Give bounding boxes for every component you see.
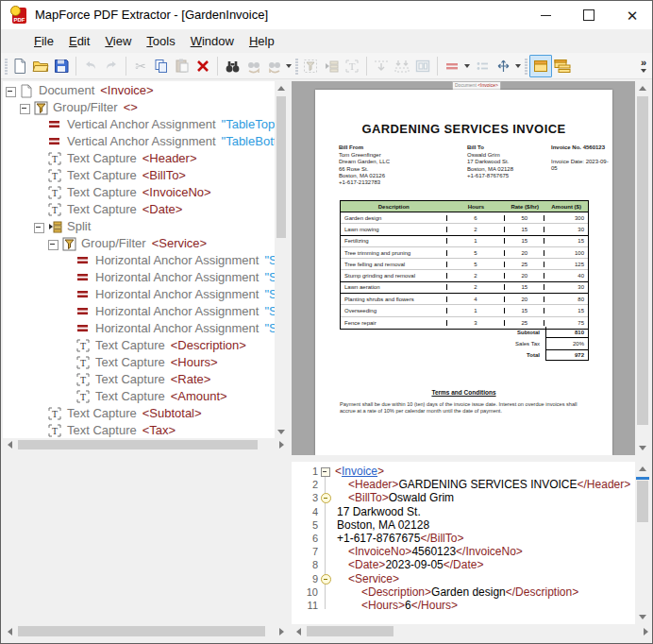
new-file-button[interactable]	[9, 56, 30, 76]
tree-row-[interactable]: Group/Filter<>	[3, 100, 275, 117]
scroll-left-arrow[interactable]	[3, 624, 16, 638]
tree-node-value: "Sep	[264, 304, 275, 318]
totals-row: Sales Tax20%	[340, 338, 589, 349]
find-dropdown-caret[interactable]	[286, 64, 292, 68]
xml-vertical-scrollbar[interactable]	[635, 462, 650, 624]
copy-button[interactable]	[151, 56, 172, 76]
expander-icon[interactable]	[48, 240, 59, 250]
scroll-left-arrow[interactable]	[292, 624, 305, 638]
scroll-up-arrow[interactable]	[635, 81, 650, 95]
tree-row-Sep[interactable]: Horizontal Anchor Assignment"Sep	[3, 321, 275, 338]
text-capture-tool-button[interactable]: T	[342, 56, 362, 76]
tree-horizontal-scrollbar[interactable]	[3, 438, 288, 451]
scroll-down-arrow[interactable]	[635, 441, 650, 455]
tree-node-label: Group/Filter	[81, 236, 146, 250]
tree-row-Date[interactable]: TText Capture<Date>	[3, 202, 275, 219]
tree-row-Amount[interactable]: TText Capture<Amount>	[3, 389, 275, 406]
menu-item-window[interactable]: Window	[183, 29, 242, 53]
expander-icon[interactable]	[20, 104, 30, 114]
menu-item-file[interactable]: File	[26, 29, 61, 53]
tree-row-Header[interactable]: TText Capture<Header>	[3, 151, 275, 168]
open-folder-button[interactable]	[30, 56, 51, 76]
tree-row-Invoice[interactable]: Document<Invoice>	[3, 83, 275, 100]
toolbar-grip[interactable]	[525, 58, 527, 75]
left-bottom-scrollbar[interactable]	[3, 624, 288, 638]
anchor-assignment-tool-button[interactable]	[442, 56, 462, 76]
xml-preview-pane: 1<Invoice>2<Header>GARDENING SERVICES IN…	[292, 462, 635, 624]
scroll-thumb[interactable]	[307, 626, 393, 636]
scroll-up-arrow[interactable]	[635, 462, 650, 476]
move-anchor-tool-button[interactable]	[493, 56, 513, 76]
tree-node-label: Text Capture	[95, 372, 165, 386]
undo-button[interactable]	[80, 56, 101, 76]
pdf-app-icon: PDF	[10, 7, 29, 25]
menu-item-help[interactable]: Help	[242, 29, 282, 53]
pdf-vertical-scrollbar[interactable]	[635, 81, 650, 455]
anchor-pair-tool-button[interactable]	[392, 56, 412, 76]
redo-button[interactable]	[101, 56, 122, 76]
paste-button[interactable]	[172, 56, 193, 76]
tree-row-Sep[interactable]: Horizontal Anchor Assignment"Sep	[3, 304, 275, 321]
save-button[interactable]	[51, 56, 72, 76]
scroll-thumb[interactable]	[637, 481, 648, 522]
fold-collapse-icon[interactable]	[321, 493, 331, 503]
split-tool-button[interactable]	[321, 56, 342, 76]
tree-row-split[interactable]: Split	[3, 219, 275, 236]
expander-icon[interactable]	[6, 87, 16, 97]
fold-collapse-icon[interactable]	[321, 574, 331, 585]
tree-row-Sep[interactable]: Horizontal Anchor Assignment"Sep	[3, 287, 275, 304]
anchor-assignment-caret[interactable]	[464, 64, 470, 68]
tree-node-label: Text Capture	[67, 406, 137, 420]
tree-row-Sep[interactable]: Horizontal Anchor Assignment"Sep	[3, 270, 275, 287]
tree-row-Subtotal[interactable]: TText Capture<Subtotal>	[3, 406, 275, 423]
text-capture-icon: T	[48, 169, 61, 182]
tree-row-TableBottom[interactable]: Vertical Anchor Assignment"TableBottom	[3, 134, 275, 151]
window-layout-design-button[interactable]	[529, 55, 552, 77]
scroll-right-arrow[interactable]	[275, 624, 288, 638]
tree-vertical-scrollbar[interactable]	[275, 81, 288, 438]
scroll-down-arrow[interactable]	[275, 425, 288, 438]
tree-row-Rate[interactable]: TText Capture<Rate>	[3, 372, 275, 389]
delete-button[interactable]	[193, 56, 213, 76]
maximize-button[interactable]	[567, 1, 611, 29]
tree-row-Tax[interactable]: TText Capture<Tax>	[3, 423, 275, 438]
toolbar-overflow-button[interactable]: »	[639, 59, 648, 73]
tree-row-InvoiceNo[interactable]: TText Capture<InvoiceNo>	[3, 185, 275, 202]
scroll-thumb[interactable]	[18, 440, 258, 449]
tree-row-Sep[interactable]: Horizontal Anchor Assignment"Sep	[3, 253, 275, 270]
scroll-up-arrow[interactable]	[275, 81, 288, 94]
scroll-right-arrow[interactable]	[275, 438, 288, 451]
tree-row-Description[interactable]: TText Capture<Description>	[3, 338, 275, 355]
vertical-anchor-tool-button[interactable]	[371, 56, 392, 76]
menu-item-edit[interactable]: Edit	[61, 29, 97, 53]
scroll-thumb[interactable]	[18, 626, 265, 636]
close-button[interactable]: ✕	[611, 1, 653, 29]
scroll-down-arrow[interactable]	[635, 610, 650, 624]
toolbar-grip[interactable]	[295, 58, 298, 75]
layout-tool-button[interactable]	[412, 56, 433, 76]
xml-line-text: <Date>2023-09-05</Date>	[335, 558, 483, 571]
scroll-thumb[interactable]	[637, 96, 648, 425]
tree-row-TableTop[interactable]: Vertical Anchor Assignment"TableTop"	[3, 117, 275, 134]
window-layout-cascade-button[interactable]	[552, 56, 573, 76]
tree-row-Service[interactable]: Group/Filter<Service>	[3, 236, 275, 253]
fold-collapse-icon[interactable]	[321, 467, 330, 477]
tree-row-BillTo[interactable]: TText Capture<BillTo>	[3, 168, 275, 185]
list-tool-button[interactable]	[472, 56, 493, 76]
filter-tool-button[interactable]	[300, 56, 321, 76]
find-next-button[interactable]	[263, 56, 284, 76]
tree-row-Hours[interactable]: TText Capture<Hours>	[3, 355, 275, 372]
menu-item-view[interactable]: View	[97, 29, 139, 53]
scroll-left-arrow[interactable]	[3, 438, 16, 451]
scroll-right-arrow[interactable]	[639, 624, 652, 638]
find-button[interactable]	[222, 56, 243, 76]
scroll-thumb[interactable]	[276, 96, 286, 238]
toolbar-grip[interactable]	[5, 58, 8, 75]
minimize-button[interactable]	[524, 1, 567, 29]
menu-item-tools[interactable]: Tools	[139, 29, 182, 53]
cut-button[interactable]: ✂	[130, 56, 151, 76]
move-anchor-caret[interactable]	[515, 64, 521, 68]
find-previous-button[interactable]	[243, 56, 263, 76]
expander-icon[interactable]	[34, 223, 44, 233]
xml-horizontal-scrollbar[interactable]	[292, 624, 652, 638]
